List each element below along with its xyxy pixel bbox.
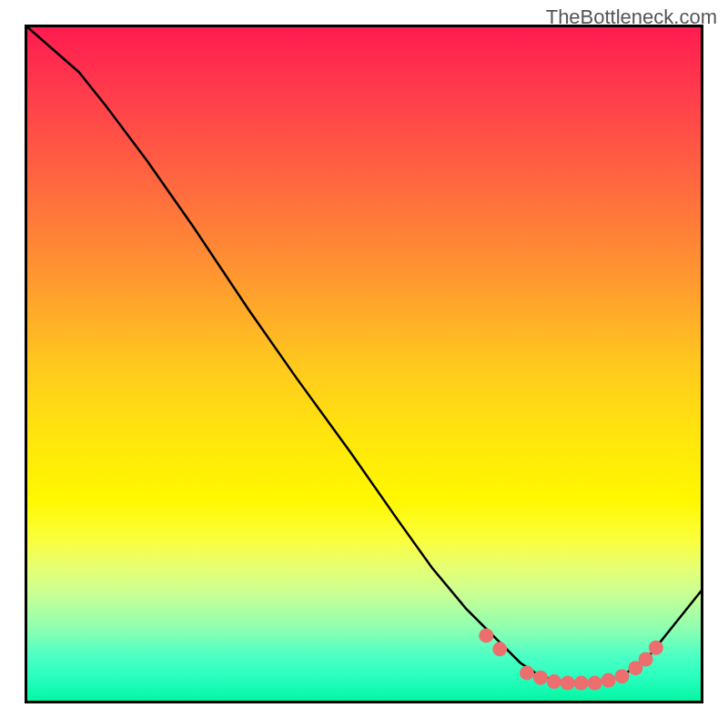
marker-dot: [561, 676, 575, 691]
watermark-text: TheBottleneck.com: [546, 5, 717, 29]
marker-group: [479, 628, 663, 690]
marker-dot: [588, 676, 602, 691]
plot-area: [25, 25, 703, 703]
marker-dot: [639, 652, 653, 667]
marker-dot: [492, 642, 507, 656]
marker-dot: [649, 641, 663, 655]
marker-dot: [533, 671, 548, 685]
marker-dot: [547, 674, 561, 689]
chart-svg: [25, 25, 703, 703]
marker-dot: [574, 676, 589, 691]
marker-dot: [602, 673, 616, 688]
marker-dot: [615, 669, 630, 683]
marker-dot: [520, 665, 534, 680]
curve-line: [25, 25, 703, 683]
marker-dot: [479, 628, 493, 642]
